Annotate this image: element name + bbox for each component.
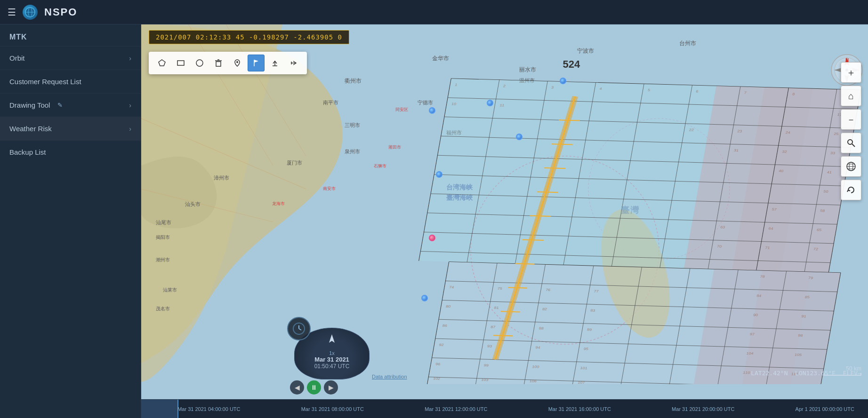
map-number-524: 524 [563,58,580,71]
sidebar-item-backup-label: Backup List [9,148,46,156]
sidebar: MTK Orbit › Customer Request List Drawin… [0,24,141,418]
coord-text: 2021/007 02:12:33 45 -0.198297 -2.463905… [156,33,342,41]
playback-controls: ◀ ⏸ ▶ [290,380,338,394]
share-button[interactable] [285,55,302,71]
rectangle-draw-button[interactable] [172,55,189,71]
svg-line-167 [299,329,301,330]
timeline-marker-5: Apr 1 2021 00:00:00 UTC [796,406,854,412]
playback-time: 01:50:47 UTC [314,363,350,370]
draw-toolbar [149,52,307,74]
sidebar-item-drawing-tool[interactable]: Drawing Tool ✎ › [0,93,141,117]
upload-map-button[interactable] [229,55,246,71]
flag-draw-button[interactable] [248,55,265,71]
upload-button[interactable] [266,55,283,71]
menu-icon[interactable]: ☰ [8,7,16,18]
app-logo [23,5,38,20]
svg-marker-21 [254,60,258,63]
coord-bar: 2021/007 02:12:33 45 -0.198297 -2.463905… [149,30,349,44]
search-map-button[interactable] [841,133,861,153]
pause-button[interactable]: ⏸ [307,380,321,394]
sidebar-item-backup-list[interactable]: Backup List [0,140,141,164]
svg-marker-13 [159,60,165,66]
orbit-point-7 [421,295,428,301]
timeline-marker-1: Mar 31 2021 08:00:00 UTC [301,406,364,412]
sidebar-item-weather-label: Weather Risk [9,125,52,133]
playback-speed: 1x [329,350,335,356]
data-attribution[interactable]: Data attribution [372,374,407,379]
timeline: Mar 31 2021 04:00:00 UTC Mar 31 2021 08:… [141,399,868,418]
sidebar-item-customer-request-list[interactable]: Customer Request List [0,70,141,93]
app-title: NSPO [44,6,77,18]
polygon-draw-button[interactable] [153,55,170,71]
chevron-right-icon-weather: › [129,125,131,133]
right-controls: ＋ ⌂ － [841,62,861,200]
orbit-point-6 [429,235,435,241]
sidebar-item-drawing-label: Drawing Tool [9,101,50,109]
orbit-point-4 [429,107,435,114]
orbit-point-3 [560,78,566,84]
refresh-button[interactable] [841,180,861,200]
chevron-right-icon: › [129,55,131,62]
svg-point-15 [196,60,203,66]
orbit-point-1 [516,134,522,140]
chevron-right-icon-drawing: › [129,102,131,109]
edit-icon: ✎ [57,102,63,109]
sidebar-item-weather-risk[interactable]: Weather Risk › [0,117,141,140]
zoom-out-button[interactable]: － [841,109,861,130]
sidebar-item-orbit-label: Orbit [9,54,25,62]
circle-draw-button[interactable] [191,55,208,71]
svg-marker-168 [329,334,335,343]
scale-bar [824,373,861,376]
home-button[interactable]: ⌂ [841,86,861,106]
svg-line-159 [852,144,855,147]
orbit-point-5 [436,171,442,178]
scale-label: 50 km [824,365,861,372]
globe-button[interactable] [841,156,861,177]
timeline-marker-0: Mar 31 2021 04:00:00 UTC [177,406,240,412]
timeline-marker-3: Mar 31 2021 16:00:00 UTC [548,406,611,412]
scale-indicator: 50 km [824,365,861,376]
svg-point-158 [848,140,852,144]
zoom-in-button[interactable]: ＋ [841,62,861,83]
sidebar-item-orbit[interactable]: Orbit › [0,46,141,70]
delete-draw-button[interactable] [210,55,227,71]
timeline-marker-2: Mar 31 2021 12:00:00 UTC [425,406,487,412]
sidebar-item-customer-label: Customer Request List [9,78,81,86]
clock-icon[interactable] [287,317,311,340]
timeline-marker-4: Mar 31 2021 20:00:00 UTC [672,406,734,412]
svg-rect-14 [177,61,184,65]
sidebar-section-title: MTK [0,24,141,46]
prev-button[interactable]: ◀ [290,380,304,394]
svg-point-19 [236,61,238,63]
svg-rect-16 [216,62,221,66]
orbit-point-2 [487,100,493,106]
timeline-bar[interactable]: Mar 31 2021 04:00:00 UTC Mar 31 2021 08:… [141,400,868,418]
map-container[interactable]: 宁波市 台州市 丽水市 金华市 衢州市 温州市 南平市 宁德市 三明市 福州市 … [141,24,868,399]
next-button[interactable]: ▶ [324,380,338,394]
playback-date: Mar 31 2021 [314,356,349,363]
topbar: ☰ NSPO [0,0,868,24]
